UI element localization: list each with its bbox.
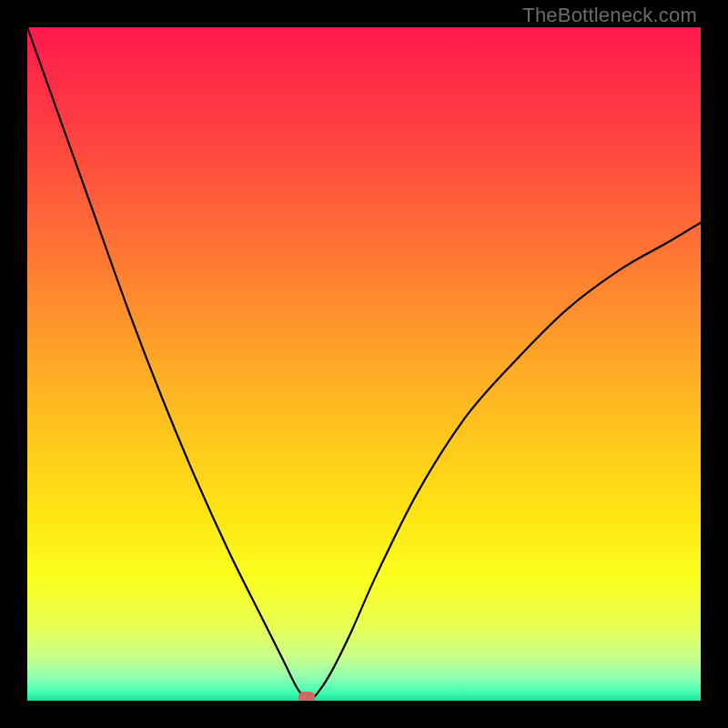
bottleneck-curve <box>27 27 701 701</box>
chart-frame: TheBottleneck.com <box>0 0 728 728</box>
minimum-point-marker <box>298 692 315 701</box>
watermark-text: TheBottleneck.com <box>522 4 697 27</box>
plot-area <box>27 27 701 701</box>
